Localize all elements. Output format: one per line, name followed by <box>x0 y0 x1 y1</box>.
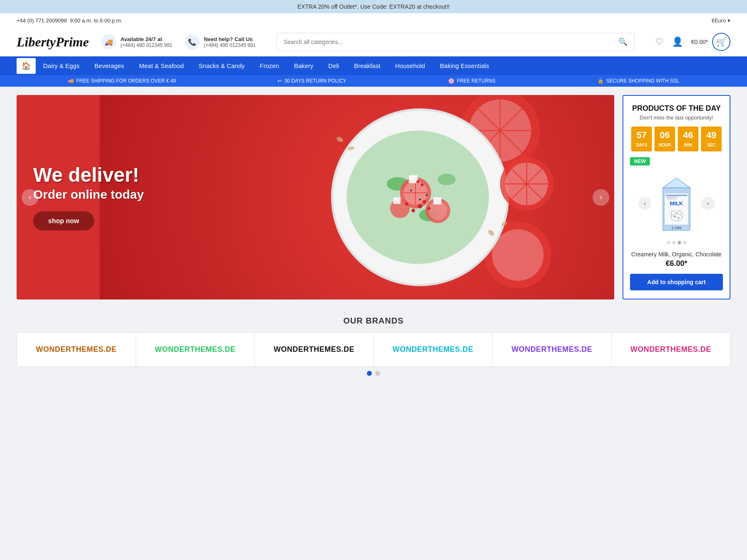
product-dot-1 <box>667 241 670 244</box>
product-dot-4 <box>683 241 686 244</box>
shipping-icon: 🚚 <box>68 78 74 84</box>
flower-icon: 🌸 <box>448 78 454 84</box>
products-subtitle: Don't miss the last opportunity! <box>640 114 713 121</box>
wishlist-icon[interactable]: ♡ <box>655 37 664 47</box>
availability-label: Available 24/7 at <box>120 36 172 42</box>
svg-text:MILK: MILK <box>670 200 684 207</box>
info-secure: 🔒 SECURE SHOPPING WITH SSL <box>598 78 680 84</box>
products-panel: PRODUCTS OF THE DAY Don't miss the last … <box>622 95 730 299</box>
header: LibertyPrime 🚚 Available 24/7 at (+484) … <box>0 28 747 56</box>
nav-beverages[interactable]: Beverages <box>87 56 132 75</box>
svg-point-31 <box>410 190 412 191</box>
hero-banner: ‹ We deliver! Order online today shop no… <box>17 95 614 299</box>
nav-frozen[interactable]: Frozen <box>252 56 287 75</box>
product-image: MILK 1 Litre <box>656 172 697 234</box>
announcement-text: EXTRA 20% off Outlet*. Use Code: EXTRA20… <box>297 3 449 10</box>
svg-rect-56 <box>666 195 688 196</box>
product-dot-2 <box>672 241 676 244</box>
hero-next-button[interactable]: › <box>593 189 609 206</box>
svg-point-13 <box>438 174 456 185</box>
countdown-min: 46 MIN <box>678 127 698 151</box>
product-price: €6.00* <box>666 259 687 268</box>
info-shipping: 🚚 FREE SHIPPING FOR ORDERS OVER € 49 <box>68 78 176 84</box>
svg-point-40 <box>336 136 344 143</box>
search-input[interactable] <box>277 34 611 49</box>
brands-section: OUR BRANDS WONDERTHEMES.DE WONDERTHEMES.… <box>0 308 747 391</box>
hero-headline2: Order online today <box>33 187 144 202</box>
shop-now-button[interactable]: shop now <box>33 212 94 231</box>
brand-item-1[interactable]: WONDERTHEMES.DE <box>17 333 136 366</box>
announcement-bar: EXTRA 20% off Outlet*. Use Code: EXTRA20… <box>0 0 747 13</box>
products-title: PRODUCTS OF THE DAY <box>632 104 720 113</box>
svg-rect-21 <box>409 175 417 183</box>
hero-headline1: We deliver! <box>33 164 144 186</box>
truck-icon: 🚚 <box>101 34 116 49</box>
add-to-cart-button[interactable]: Add to shopping cart <box>630 274 723 290</box>
phone-hours: +44 (0) 771 2009098 9:00 a.m. to 6:00 p.… <box>17 17 122 24</box>
svg-point-26 <box>412 209 415 212</box>
account-icon[interactable]: 👤 <box>672 37 683 47</box>
nav-baking-essentials[interactable]: Baking Essentials <box>432 56 496 75</box>
hero-image <box>226 95 614 299</box>
brand-item-2[interactable]: WONDERTHEMES.DE <box>136 333 255 366</box>
product-dots <box>667 241 686 244</box>
new-badge: NEW <box>630 157 650 166</box>
cart-area[interactable]: €0.00* 🛒 <box>691 33 730 51</box>
countdown-hours: 06 HOUR <box>654 127 675 151</box>
slider-dots <box>17 367 730 378</box>
header-actions: ♡ 👤 €0.00* 🛒 <box>655 33 730 51</box>
product-prev-button[interactable]: ‹ <box>638 197 652 210</box>
availability-phone: (+484) 490 012345 991 <box>120 42 172 48</box>
svg-point-30 <box>421 183 423 186</box>
product-dot-3 <box>678 241 681 244</box>
svg-point-54 <box>674 215 677 218</box>
cart-price: €0.00* <box>691 39 708 45</box>
product-next-button[interactable]: › <box>701 197 715 210</box>
availability-info: 🚚 Available 24/7 at (+484) 490 012345 99… <box>101 34 172 49</box>
brand-item-6[interactable]: WONDERTHEMES.DE <box>612 333 730 366</box>
svg-point-53 <box>671 214 682 221</box>
phone-number: +44 (0) 771 2009098 <box>17 17 67 24</box>
info-strip: 🚚 FREE SHIPPING FOR ORDERS OVER € 49 ↩ 3… <box>0 75 747 87</box>
hero-text: We deliver! Order online today shop now <box>33 164 144 231</box>
product-image-area: ‹ MILK <box>630 172 723 234</box>
countdown: 57 DAYS 06 HOUR 46 MIN 49 SEC <box>631 127 722 151</box>
search-button[interactable]: 🔍 <box>612 33 634 51</box>
brands-grid: WONDERTHEMES.DE WONDERTHEMES.DE WONDERTH… <box>17 332 730 367</box>
svg-text:1 Litre: 1 Litre <box>671 226 681 230</box>
brand-item-5[interactable]: WONDERTHEMES.DE <box>493 333 612 366</box>
header-info: 🚚 Available 24/7 at (+484) 490 012345 99… <box>101 34 256 49</box>
return-icon: ↩ <box>278 78 282 84</box>
svg-point-25 <box>422 200 426 204</box>
svg-rect-23 <box>393 197 400 204</box>
currency-selector[interactable]: €Euro ▾ <box>712 17 730 24</box>
nav-dairy-eggs[interactable]: Dairy & Eggs <box>36 56 87 75</box>
nav-deli[interactable]: Deli <box>321 56 347 75</box>
search-bar[interactable]: 🔍 <box>276 33 634 51</box>
main-content: ‹ We deliver! Order online today shop no… <box>0 87 747 308</box>
svg-point-7 <box>492 229 544 281</box>
nav-household[interactable]: Household <box>388 56 432 75</box>
brand-item-3[interactable]: WONDERTHEMES.DE <box>255 333 374 366</box>
hero-prev-button[interactable]: ‹ <box>22 189 38 206</box>
nav-meat-seafood[interactable]: Meat & Seafood <box>132 56 191 75</box>
svg-rect-58 <box>666 198 676 198</box>
svg-point-55 <box>677 217 680 219</box>
main-nav: 🏠 Dairy & Eggs Beverages Meat & Seafood … <box>0 56 747 75</box>
slider-dot-inactive[interactable] <box>375 371 380 376</box>
svg-point-28 <box>405 202 408 206</box>
nav-breakfast[interactable]: Breakfast <box>347 56 388 75</box>
logo[interactable]: LibertyPrime <box>17 34 89 50</box>
cart-icon[interactable]: 🛒 <box>712 33 730 51</box>
nav-snacks-candy[interactable]: Snacks & Candy <box>191 56 252 75</box>
brand-item-4[interactable]: WONDERTHEMES.DE <box>374 333 493 366</box>
nav-home[interactable]: 🏠 <box>17 58 36 74</box>
svg-point-33 <box>419 199 421 200</box>
info-free-returns: 🌸 FREE RETURNS <box>448 78 496 84</box>
slider-dot-active[interactable] <box>367 371 372 376</box>
svg-rect-57 <box>666 197 678 197</box>
svg-point-27 <box>427 207 431 210</box>
nav-bakery[interactable]: Bakery <box>286 56 321 75</box>
business-hours: 9:00 a.m. to 6:00 p.m. <box>70 17 122 24</box>
info-returns-policy: ↩ 30 DAYS RETURN POLICY <box>278 78 346 84</box>
